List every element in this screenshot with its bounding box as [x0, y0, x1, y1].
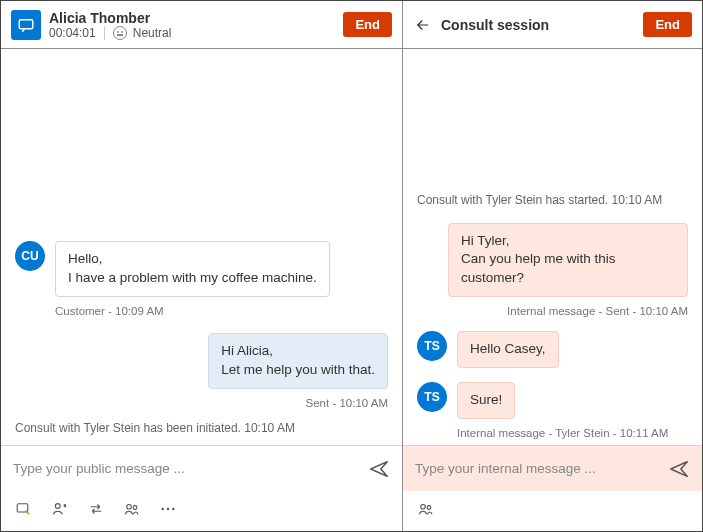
svg-point-7: [172, 508, 174, 510]
consult-chat-area: Consult with Tyler Stein has started. 10…: [403, 49, 702, 445]
svg-point-8: [421, 505, 426, 510]
internal-in-bubble-2: Sure!: [457, 382, 515, 419]
consultant-avatar: TS: [417, 331, 447, 361]
call-timer: 00:04:01: [49, 26, 96, 40]
internal-input-bar: [403, 445, 702, 491]
internal-out-bubble: Hi Tyler, Can you help me with this cust…: [448, 223, 688, 298]
customer-title-block: Alicia Thomber 00:04:01 Neutral: [49, 10, 171, 40]
customer-message-bubble: Hello, I have a problem with my coffee m…: [55, 241, 330, 297]
customer-chat-area: CU Hello, I have a problem with my coffe…: [1, 49, 402, 445]
chat-icon: [11, 10, 41, 40]
system-message: Consult with Tyler Stein has been initia…: [15, 421, 388, 435]
customer-sub: 00:04:01 Neutral: [49, 26, 171, 40]
send-icon[interactable]: [368, 458, 390, 480]
consult-title: Consult session: [441, 17, 549, 33]
svg-point-3: [127, 505, 132, 510]
svg-point-5: [162, 508, 164, 510]
quick-reply-icon[interactable]: [15, 500, 33, 518]
internal-message-input[interactable]: [415, 461, 660, 476]
consult-system-message: Consult with Tyler Stein has started. 10…: [417, 193, 688, 207]
consult-toolbar: [403, 491, 702, 531]
transfer-icon[interactable]: [87, 500, 105, 518]
consult-icon[interactable]: [51, 500, 69, 518]
consultant-avatar: TS: [417, 382, 447, 412]
svg-point-2: [55, 504, 60, 509]
svg-point-6: [167, 508, 169, 510]
back-icon[interactable]: [413, 15, 433, 35]
internal-out-meta: Internal message - Sent - 10:10 AM: [417, 305, 688, 317]
people-icon[interactable]: [123, 500, 141, 518]
internal-send-icon[interactable]: [668, 458, 690, 480]
customer-pane: Alicia Thomber 00:04:01 Neutral End CU H…: [1, 1, 403, 531]
svg-point-9: [427, 506, 431, 510]
customer-name: Alicia Thomber: [49, 10, 171, 26]
public-message-input[interactable]: [13, 461, 360, 476]
customer-header: Alicia Thomber 00:04:01 Neutral End: [1, 1, 402, 49]
end-button[interactable]: End: [343, 12, 392, 37]
customer-message-meta: Customer - 10:09 AM: [55, 305, 388, 317]
app-root: Alicia Thomber 00:04:01 Neutral End CU H…: [0, 0, 703, 532]
agent-message-meta: Sent - 10:10 AM: [15, 397, 388, 409]
customer-avatar: CU: [15, 241, 45, 271]
internal-in-bubble-1: Hello Casey,: [457, 331, 559, 368]
consult-pane: Consult session End Consult with Tyler S…: [403, 1, 702, 531]
consult-people-icon[interactable]: [417, 500, 435, 518]
agent-message-row: Hi Alicia, Let me help you with that.: [15, 333, 388, 389]
more-icon[interactable]: [159, 500, 177, 518]
svg-rect-0: [19, 19, 33, 28]
internal-in-row-1: TS Hello Casey,: [417, 331, 688, 368]
internal-out-row: Hi Tyler, Can you help me with this cust…: [417, 223, 688, 298]
sentiment-icon: [113, 26, 127, 40]
action-toolbar: [1, 491, 402, 531]
sentiment-label: Neutral: [133, 26, 172, 40]
public-input-bar: [1, 445, 402, 491]
consult-header: Consult session End: [403, 1, 702, 49]
agent-message-bubble: Hi Alicia, Let me help you with that.: [208, 333, 388, 389]
internal-in-meta: Internal message - Tyler Stein - 10:11 A…: [457, 427, 688, 439]
customer-message-row: CU Hello, I have a problem with my coffe…: [15, 241, 388, 297]
svg-point-4: [133, 506, 137, 510]
divider: [104, 26, 105, 40]
internal-in-row-2: TS Sure!: [417, 382, 688, 419]
consult-end-button[interactable]: End: [643, 12, 692, 37]
